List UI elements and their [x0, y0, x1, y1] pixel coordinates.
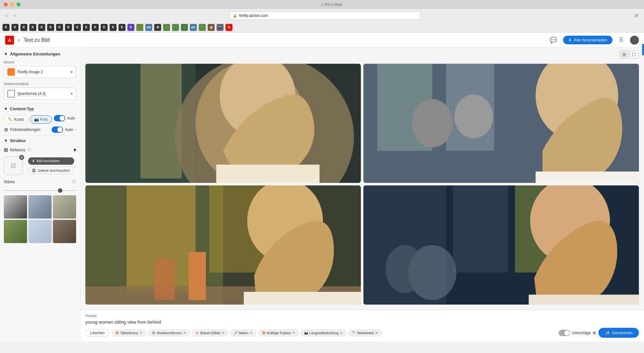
foto-settings-toggle[interactable] — [52, 126, 63, 133]
page-title: Text zu Bild — [24, 37, 50, 43]
kunst-label: Kunst — [14, 117, 24, 122]
upload-image-button[interactable]: ⬆ Bild hochladen — [28, 157, 74, 165]
strukturreferenz-close-icon[interactable]: ✕ — [183, 331, 186, 335]
thumbnail-item-5[interactable] — [28, 220, 52, 243]
bookmark-ext8[interactable]: WE — [190, 24, 197, 31]
bokeh-close-icon[interactable]: ✕ — [222, 331, 225, 335]
bookmark-ext5[interactable]: 🌿 — [163, 24, 170, 31]
bookmark-k9[interactable]: K — [74, 24, 81, 31]
single-view-button[interactable]: ☐ — [629, 50, 639, 59]
bookmark-k2[interactable]: K — [11, 24, 18, 31]
image-2 — [363, 64, 639, 183]
tag-bokeh[interactable]: 🌸 Bokeh-Effekt ✕ — [192, 329, 228, 336]
grid-view-button[interactable]: ⊞ — [619, 50, 629, 59]
reload-btn[interactable]: ↺ — [632, 12, 640, 19]
weitwinkel-close-icon[interactable]: ✕ — [375, 331, 378, 335]
general-settings-header[interactable]: ▼ Allgemeine Einstellungen — [4, 52, 76, 56]
user-avatar[interactable] — [630, 36, 639, 45]
referenz-info-icon[interactable]: ⓘ — [27, 147, 31, 153]
struktur-label: Struktur — [10, 138, 26, 143]
collapse-foto-icon[interactable]: ‹ — [75, 127, 76, 132]
tag-langzeitbelichtung[interactable]: 📷 Langzeitbelichtung ✕ — [301, 329, 347, 336]
apps-grid-button[interactable]: ⠿ — [616, 35, 626, 45]
tag-malen[interactable]: 🖌️ Malen ✕ — [230, 329, 256, 336]
stilreferenz-close-icon[interactable]: ✕ — [140, 331, 143, 335]
browser-chrome: 1.763 E-Mails ‹ › 🔒 firefly.adobe.com ↺ … — [0, 0, 644, 32]
malen-close-icon[interactable]: ✕ — [250, 331, 253, 335]
bookmark-ext6[interactable]: 🌿 — [172, 24, 179, 31]
upload-area[interactable]: ✕ 🖼 — [4, 156, 23, 175]
thumbnail-grid-1 — [4, 195, 76, 219]
kunst-icon: ✏️ — [8, 117, 13, 122]
tab-title: 1.763 E-Mails — [23, 3, 640, 6]
gallery-label: Galerie durchsuchen — [38, 169, 70, 172]
bookmark-k4[interactable]: K — [29, 24, 36, 31]
thumbnail-item-4[interactable] — [4, 220, 27, 243]
bookmark-ext10[interactable]: 🏠 — [208, 24, 215, 31]
tag-strukturreferenz[interactable]: ⚙️ Strukturreferenz ✕ — [148, 329, 190, 336]
bookmark-ext2[interactable]: 🌿 — [136, 24, 143, 31]
thumbnail-item-6[interactable] — [53, 220, 76, 243]
auto-toggle[interactable] — [54, 115, 65, 121]
starke-info-icon[interactable]: ⓘ — [72, 179, 76, 184]
aspect-ratio-select[interactable]: Querformat (4:3) ▾ — [4, 88, 76, 100]
bookmark-k7[interactable]: K — [56, 24, 63, 31]
generate-button[interactable]: ✨ Generieren — [598, 328, 639, 338]
aspect-ratio-icon — [7, 90, 15, 97]
bookmark-k12[interactable]: K — [101, 24, 108, 31]
bookmark-k11[interactable]: K — [92, 24, 99, 31]
upload-label: Bild hochladen — [37, 159, 60, 163]
bookmark-ext1[interactable]: K — [127, 24, 134, 31]
model-select[interactable]: Firefly Image 2 ▾ — [4, 66, 76, 78]
bokeh-label: Bokeh-Effekt — [200, 331, 220, 335]
referenz-chevron-icon[interactable]: ▾ — [74, 147, 76, 153]
close-button[interactable] — [4, 3, 8, 6]
upload-close-icon[interactable]: ✕ — [19, 155, 24, 160]
bookmark-ext3[interactable]: WE — [145, 24, 152, 31]
address-bar[interactable]: 🔒 firefly.adobe.com — [229, 11, 420, 20]
bookmark-k10[interactable]: K — [83, 24, 90, 31]
starke-slider[interactable] — [4, 190, 76, 191]
bookmark-k14[interactable]: K — [118, 24, 125, 31]
foto-icon: 📷 — [34, 117, 39, 122]
forward-nav[interactable]: › — [12, 12, 17, 19]
delete-button[interactable]: Löschen — [85, 329, 109, 337]
back-nav[interactable]: ‹ — [4, 12, 9, 19]
bookmark-k8[interactable]: K — [65, 24, 72, 31]
back-button[interactable]: ‹ — [18, 37, 20, 43]
bookmark-k6[interactable]: K — [47, 24, 54, 31]
thumbnail-item-2[interactable] — [28, 195, 52, 219]
thumbnail-item-1[interactable] — [4, 195, 27, 219]
sidebar: ▼ Allgemeine Einstellungen Modell Firefl… — [0, 48, 80, 342]
struktur-header[interactable]: ▼ Struktur — [4, 138, 76, 143]
general-settings-label: Allgemeine Einstellungen — [10, 52, 60, 56]
tag-weitwinkel[interactable]: 🔭 Weitwinkel ✕ — [348, 329, 382, 336]
bookmark-k13[interactable]: K — [110, 24, 117, 31]
bookmark-ext7[interactable]: 🌿 — [181, 24, 188, 31]
tag-stilreferenz[interactable]: 🎨 Stilreferenz ✕ — [112, 329, 146, 336]
bookmark-ext11[interactable]: 📷 — [217, 24, 224, 31]
thumbnail-item-3[interactable] — [53, 195, 76, 219]
browse-gallery-button[interactable]: 🖼 Galerie durchsuchen — [28, 167, 74, 174]
bookmark-ext9[interactable]: 🌿 — [199, 24, 206, 31]
chat-icon-button[interactable]: 💬 — [547, 35, 559, 45]
bookmark-k3[interactable]: K — [20, 24, 27, 31]
kunst-button[interactable]: ✏️ Kunst — [4, 115, 28, 124]
bookmark-ext4[interactable]: ⚙ — [154, 24, 161, 31]
download-all-button[interactable]: ⬇ Alle herunterladen — [563, 36, 612, 44]
maximize-button[interactable] — [17, 3, 20, 6]
tag-kraeftige-farben[interactable]: 🎨 Kräftige Farben ✕ — [258, 329, 299, 336]
generate-icon: ✨ — [605, 330, 610, 335]
malen-icon: 🖌️ — [234, 331, 238, 335]
bookmark-k1[interactable]: K — [3, 24, 10, 31]
content-type-header[interactable]: ▼ Content-Typ — [4, 106, 76, 111]
adobe-logo: A — [5, 36, 14, 45]
bookmark-adobe[interactable]: A — [225, 24, 233, 31]
langzeitbelichtung-close-icon[interactable]: ✕ — [340, 331, 343, 335]
minimize-button[interactable] — [10, 3, 14, 6]
kraeftige-farben-close-icon[interactable]: ✕ — [292, 331, 295, 335]
foto-button[interactable]: 📷 Foto — [30, 115, 52, 124]
bookmark-k5[interactable]: K — [38, 24, 45, 31]
preview-toggle[interactable] — [559, 330, 570, 336]
prompt-input[interactable]: young woman sitting view from behind — [85, 320, 639, 325]
